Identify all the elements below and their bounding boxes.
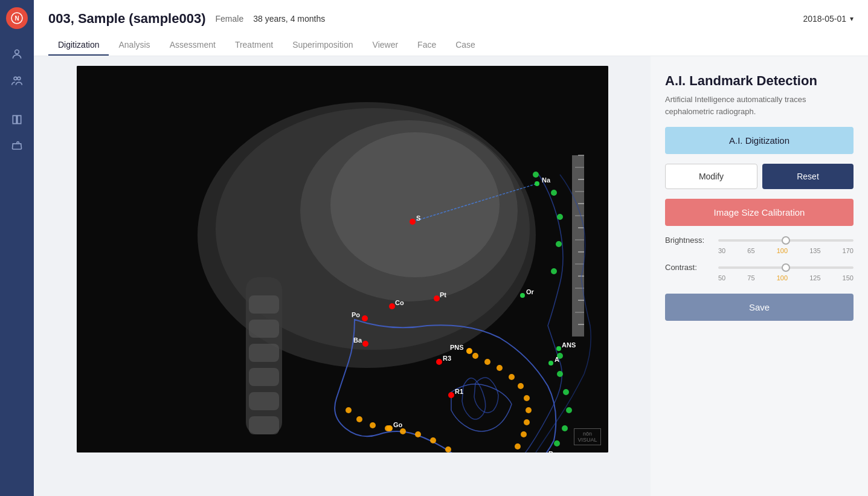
svg-rect-27 (249, 295, 279, 314)
svg-point-84 (548, 361, 553, 366)
patient-age: 38 years, 4 months (253, 14, 325, 24)
tab-viewer[interactable]: Viewer (363, 35, 408, 56)
reset-button[interactable]: Reset (762, 164, 854, 189)
contrast-tick-50: 50 (718, 274, 725, 282)
panel-subtitle: Artificial Intelligence automatically tr… (665, 94, 854, 117)
svg-rect-31 (249, 392, 279, 410)
contrast-label-row: Contrast: (665, 263, 854, 272)
ai-digitization-button[interactable]: A.I. Digitization (665, 127, 854, 154)
users-icon[interactable] (6, 70, 28, 92)
svg-point-80 (362, 341, 368, 347)
svg-point-72 (520, 293, 525, 298)
svg-point-63 (563, 389, 569, 395)
tab-case[interactable]: Case (446, 35, 485, 56)
svg-point-68 (535, 181, 539, 186)
svg-rect-29 (249, 344, 279, 362)
svg-point-92 (387, 425, 393, 431)
svg-point-36 (497, 365, 503, 371)
svg-point-50 (415, 431, 421, 437)
svg-point-41 (524, 419, 530, 425)
svg-point-39 (524, 395, 530, 401)
svg-text:Go: Go (393, 421, 403, 428)
svg-point-55 (346, 407, 352, 413)
sidebar: N (0, 0, 34, 496)
brightness-slider[interactable] (718, 239, 854, 242)
tab-assessment[interactable]: Assessment (160, 35, 225, 56)
svg-rect-32 (249, 416, 279, 434)
svg-point-82 (556, 346, 561, 351)
brightness-tick-135: 135 (809, 247, 820, 254)
svg-text:Po: Po (352, 311, 360, 318)
svg-point-66 (554, 440, 560, 446)
svg-point-56 (533, 172, 539, 178)
svg-rect-6 (572, 155, 584, 337)
tab-superimposition[interactable]: Superimposition (283, 35, 362, 56)
watermark: nōn VISUAL (574, 428, 600, 445)
tab-face[interactable]: Face (408, 35, 446, 56)
svg-point-43 (515, 443, 521, 449)
save-button[interactable]: Save (665, 294, 854, 321)
tab-analysis[interactable]: Analysis (109, 35, 159, 56)
book-icon[interactable] (6, 109, 28, 130)
app-logo[interactable]: N (6, 7, 28, 29)
patient-date[interactable]: 2018-05-01 ▾ (803, 14, 854, 24)
panel-title: A.I. Landmark Detection (665, 73, 854, 89)
brightness-tick-170: 170 (843, 247, 854, 254)
modify-reset-row: Modify Reset (665, 164, 854, 189)
contrast-label: Contrast: (665, 263, 713, 272)
svg-point-78 (434, 295, 440, 301)
header: 003, Sample (sample003) Female 38 years,… (34, 0, 868, 56)
tag-icon[interactable] (6, 135, 28, 157)
svg-text:Or: Or (526, 288, 535, 295)
calibrate-button[interactable]: Image Size Calibration (665, 199, 854, 226)
svg-text:PNS: PNS (450, 344, 464, 351)
slider-section: Brightness: 30 65 100 135 170 Contrast: (665, 236, 854, 282)
body-area: Na S Or Po Co (34, 56, 868, 496)
svg-point-74 (362, 315, 368, 321)
svg-point-54 (356, 416, 362, 422)
svg-point-62 (557, 371, 563, 377)
contrast-tick-100: 100 (777, 274, 788, 282)
brightness-tick-30: 30 (718, 247, 725, 254)
svg-point-53 (370, 422, 376, 428)
svg-text:ANS: ANS (562, 341, 576, 349)
svg-point-34 (472, 353, 478, 359)
svg-point-38 (518, 383, 524, 389)
right-panel: A.I. Landmark Detection Artificial Intel… (651, 56, 868, 496)
tab-treatment[interactable]: Treatment (225, 35, 283, 56)
main-content: 003, Sample (sample003) Female 38 years,… (34, 0, 868, 496)
svg-point-58 (557, 214, 563, 220)
svg-text:Pt: Pt (440, 291, 446, 298)
svg-point-59 (556, 241, 562, 247)
xray-panel: Na S Or Po Co (34, 56, 651, 496)
brightness-tick-65: 65 (747, 247, 754, 254)
patient-info: 003, Sample (sample003) Female 38 years,… (48, 11, 854, 27)
svg-point-40 (526, 407, 532, 413)
contrast-slider[interactable] (718, 266, 854, 269)
modify-button[interactable]: Modify (665, 164, 757, 189)
svg-point-64 (566, 407, 572, 413)
svg-text:B: B (548, 450, 553, 453)
svg-rect-30 (249, 368, 279, 386)
tab-digitization[interactable]: Digitization (48, 35, 109, 56)
svg-text:Na: Na (542, 176, 551, 184)
svg-text:N: N (14, 15, 19, 22)
svg-point-48 (445, 446, 451, 453)
svg-point-35 (484, 359, 490, 365)
svg-point-42 (521, 431, 527, 437)
date-value: 2018-05-01 (803, 14, 846, 24)
brightness-tick-100: 100 (777, 247, 788, 254)
svg-point-60 (551, 268, 557, 274)
user-icon[interactable] (6, 43, 28, 65)
svg-point-2 (15, 50, 19, 54)
svg-point-37 (509, 374, 515, 380)
svg-point-65 (562, 425, 568, 431)
svg-point-86 (466, 348, 472, 354)
contrast-row: Contrast: 50 75 100 125 150 (665, 263, 854, 282)
svg-point-51 (400, 428, 406, 434)
svg-point-88 (436, 359, 442, 365)
svg-point-90 (448, 392, 454, 398)
xray-container[interactable]: Na S Or Po Co (77, 66, 608, 453)
brightness-row: Brightness: 30 65 100 135 170 (665, 236, 854, 254)
date-chevron-icon: ▾ (850, 14, 854, 23)
